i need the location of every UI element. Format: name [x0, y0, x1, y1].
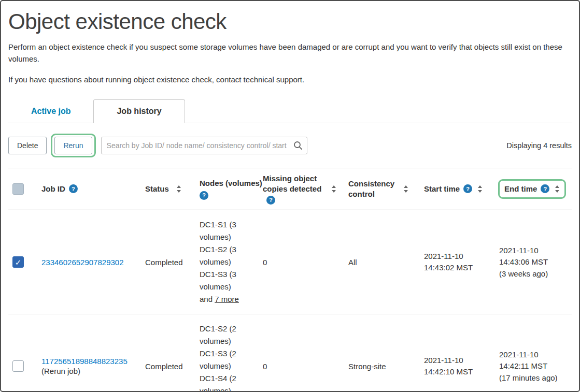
tab-bar: Active job Job history	[8, 99, 572, 123]
description-1: Perform an object existence check if you…	[8, 41, 565, 65]
description-2: If you have questions about running obje…	[8, 74, 565, 86]
search-box	[101, 137, 307, 154]
nodes-more-line: and 7 more	[200, 293, 254, 306]
node-entry: DC1-S1 (3 volumes)	[200, 219, 254, 243]
rerun-button[interactable]: Rerun	[54, 137, 92, 154]
end-time-cell: 2021-11-10 14:43:06 MST (3 weeks ago)	[495, 210, 572, 314]
column-header-start-time: Start time ?	[420, 168, 495, 210]
more-nodes-link[interactable]: 7 more	[215, 295, 239, 303]
consistency-cell: All	[344, 210, 420, 314]
end-time-relative: (3 weeks ago)	[499, 268, 560, 280]
sort-icon[interactable]	[403, 185, 408, 193]
job-id-link[interactable]: 2334602652907829302	[41, 258, 124, 267]
row-checkbox[interactable]: ✓	[12, 256, 24, 268]
delete-button[interactable]: Delete	[8, 137, 47, 154]
help-icon[interactable]: ?	[266, 196, 275, 205]
end-time-cell: 2021-11-10 14:42:11 MST (17 minutes ago)	[495, 314, 572, 392]
table-row: ✓ 2334602652907829302 Completed DC1-S1 (…	[8, 210, 572, 314]
nodes-cell: DC1-S1 (3 volumes) DC1-S2 (3 volumes) DC…	[195, 210, 259, 314]
column-header-end-time: End time ?	[495, 168, 572, 210]
node-entry: DC1-S3 (2 volumes)	[200, 347, 254, 372]
end-time-relative: (17 minutes ago)	[499, 372, 560, 384]
row-checkbox[interactable]: ✓	[12, 360, 24, 372]
help-icon[interactable]: ?	[200, 191, 208, 200]
search-input[interactable]	[101, 137, 307, 154]
sort-icon[interactable]	[555, 185, 560, 193]
rerun-highlight-ring: Rerun	[51, 134, 95, 157]
search-icon[interactable]	[293, 141, 303, 150]
column-header-nodes: Nodes (volumes) ?	[195, 168, 259, 210]
table-header-row: ✓ Job ID ? Status	[8, 168, 572, 210]
status-cell: Completed	[141, 314, 195, 392]
select-all-checkbox[interactable]: ✓	[12, 183, 24, 195]
consistency-cell: Strong-site	[344, 314, 420, 392]
column-header-job-id: Job ID ?	[37, 168, 141, 210]
sort-icon[interactable]	[477, 185, 483, 193]
missing-copies-cell: 0	[259, 314, 344, 392]
tab-job-history[interactable]: Job history	[93, 99, 185, 123]
page: Object existence check Perform an object…	[0, 0, 580, 392]
node-entry: DC1-S4 (2 volumes)	[200, 372, 254, 392]
job-id-link[interactable]: 11725651898848823235	[41, 357, 128, 366]
help-icon[interactable]: ?	[69, 184, 78, 193]
results-count: Displaying 4 results	[506, 141, 572, 150]
table-row: ✓ 11725651898848823235 (Rerun job) Compl…	[8, 314, 572, 392]
tab-active-job[interactable]: Active job	[8, 100, 93, 123]
help-icon[interactable]: ?	[541, 184, 549, 193]
check-icon: ✓	[15, 258, 22, 266]
node-entry: DC1-S2 (2 volumes)	[200, 323, 254, 347]
start-time-cell: 2021-11-10 14:43:02 MST	[420, 210, 495, 314]
node-entry: DC1-S2 (3 volumes)	[200, 243, 254, 268]
sort-icon[interactable]	[176, 185, 181, 193]
node-entry: DC1-S3 (3 volumes)	[200, 268, 254, 293]
help-icon[interactable]: ?	[463, 184, 472, 193]
nodes-cell: DC1-S2 (2 volumes) DC1-S3 (2 volumes) DC…	[195, 314, 259, 392]
job-note: (Rerun job)	[41, 367, 137, 375]
missing-copies-cell: 0	[259, 210, 344, 314]
sort-icon[interactable]	[331, 185, 336, 193]
column-header-status: Status	[141, 168, 195, 210]
column-header-missing: Missing object copies detected?	[259, 168, 344, 210]
toolbar: Delete Rerun Displaying 4 results	[8, 134, 572, 157]
column-header-consistency: Consistency control	[344, 168, 420, 210]
end-time-highlight-ring: End time ?	[498, 179, 566, 199]
page-title: Object existence check	[8, 9, 572, 34]
job-history-table: ✓ Job ID ? Status	[8, 168, 572, 392]
status-cell: Completed	[141, 210, 195, 314]
start-time-cell: 2021-11-10 14:42:10 MST	[420, 314, 495, 392]
